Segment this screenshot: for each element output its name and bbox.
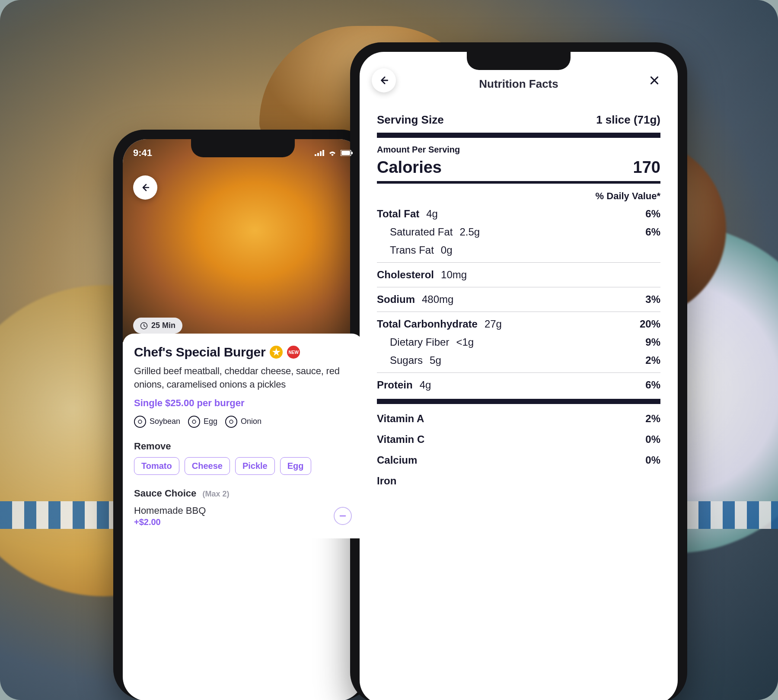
amount-per-serving-label: Amount Per Serving bbox=[377, 145, 660, 155]
nutrition-line: Trans Fat0g bbox=[377, 244, 660, 256]
sauce-name: Homemade BBQ bbox=[134, 505, 206, 516]
arrow-left-icon bbox=[140, 182, 150, 193]
allergen-icon bbox=[134, 416, 146, 428]
nutrition-line: Sugars5g2% bbox=[377, 354, 660, 366]
serving-value: 1 slice (71g) bbox=[596, 113, 660, 127]
nutrition-line: Dietary Fiber<1g9% bbox=[377, 336, 660, 348]
svg-rect-5 bbox=[341, 151, 350, 155]
svg-rect-1 bbox=[317, 153, 319, 156]
serving-label: Serving Size bbox=[377, 113, 444, 127]
nutrient-dv: 6% bbox=[645, 208, 660, 220]
nutrition-line-left: Cholesterol10mg bbox=[377, 269, 467, 281]
thin-rule bbox=[377, 372, 660, 373]
allergen-row: SoybeanEggOnion bbox=[134, 416, 352, 428]
allergen-label: Onion bbox=[241, 417, 261, 426]
nutrition-line-left: Trans Fat0g bbox=[377, 244, 453, 256]
clock-icon bbox=[140, 322, 148, 330]
vitamin-dv: 2% bbox=[645, 413, 660, 425]
arrow-left-icon bbox=[378, 75, 389, 86]
nutrient-dv: 6% bbox=[645, 379, 660, 391]
sauce-option-row[interactable]: Homemade BBQ +$2.00 bbox=[134, 505, 352, 527]
signal-icon bbox=[315, 150, 324, 156]
nutrition-line: Cholesterol10mg bbox=[377, 269, 660, 281]
phone-nutrition: Nutrition Facts Serving Size 1 slice (71… bbox=[350, 42, 687, 700]
item-title: Chef's Special Burger bbox=[134, 345, 265, 360]
remove-chip[interactable]: Cheese bbox=[185, 457, 230, 475]
nutrition-line-left: Total Carbonhydrate27g bbox=[377, 318, 502, 330]
nutrient-label: Total Carbonhydrate bbox=[377, 318, 478, 330]
nutrition-back-button[interactable] bbox=[372, 68, 396, 92]
cook-time-pill: 25 Min bbox=[133, 318, 182, 334]
sauce-heading: Sauce Choice bbox=[134, 488, 196, 499]
star-badge-icon bbox=[270, 346, 283, 359]
status-icons bbox=[315, 150, 353, 156]
allergen-item: Onion bbox=[225, 416, 261, 428]
svg-point-8 bbox=[138, 420, 142, 423]
nutrient-amount: 2.5g bbox=[459, 226, 480, 238]
calories-row: Calories 170 bbox=[377, 158, 660, 177]
vitamin-label: Vitamin A bbox=[377, 413, 424, 425]
phone-notch bbox=[191, 139, 295, 157]
nutrient-amount: <1g bbox=[456, 336, 474, 348]
nutrition-line: Total Fat4g6% bbox=[377, 208, 660, 220]
svg-point-9 bbox=[192, 420, 196, 423]
thin-rule bbox=[377, 262, 660, 263]
nutrient-amount: 0g bbox=[441, 244, 453, 256]
calories-label: Calories bbox=[377, 158, 442, 177]
nutrient-amount: 5g bbox=[430, 354, 441, 366]
nutrition-line: Saturated Fat2.5g6% bbox=[377, 226, 660, 238]
item-description: Grilled beef meatball, cheddar cheese, s… bbox=[134, 365, 352, 391]
nutrient-label: Trans Fat bbox=[390, 244, 434, 256]
wifi-icon bbox=[328, 150, 337, 156]
phone-item-detail: 9:41 25 Min Chef's Special bbox=[113, 130, 373, 700]
close-icon bbox=[649, 75, 660, 86]
serving-row: Serving Size 1 slice (71g) bbox=[377, 108, 660, 127]
nutrient-label: Sodium bbox=[377, 293, 415, 305]
sauce-max: (Max 2) bbox=[202, 490, 229, 498]
remove-chip[interactable]: Tomato bbox=[134, 457, 179, 475]
thin-rule bbox=[377, 287, 660, 287]
allergen-label: Soybean bbox=[150, 417, 180, 426]
stage: 9:41 25 Min Chef's Special bbox=[0, 0, 778, 700]
battery-icon bbox=[341, 150, 353, 156]
nutrition-line-left: Dietary Fiber<1g bbox=[377, 336, 474, 348]
allergen-icon bbox=[188, 416, 200, 428]
item-title-row: Chef's Special Burger NEW bbox=[134, 345, 352, 360]
remove-chip[interactable]: Egg bbox=[280, 457, 311, 475]
dv-header: % Daily Value* bbox=[377, 191, 660, 202]
remove-chip[interactable]: Pickle bbox=[235, 457, 275, 475]
screen-nutrition: Nutrition Facts Serving Size 1 slice (71… bbox=[360, 52, 678, 700]
allergen-item: Soybean bbox=[134, 416, 180, 428]
item-card: Chef's Special Burger NEW Grilled beef m… bbox=[123, 334, 363, 538]
remove-heading: Remove bbox=[134, 441, 352, 452]
svg-rect-3 bbox=[322, 150, 324, 156]
nutrition-line-left: Protein4g bbox=[377, 379, 431, 391]
nutrient-amount: 10mg bbox=[441, 269, 467, 281]
remove-chip-row: TomatoCheesePickleEgg bbox=[134, 457, 352, 475]
status-time: 9:41 bbox=[133, 147, 152, 159]
nutrition-close-button[interactable] bbox=[646, 72, 663, 89]
item-hero-image: 9:41 25 Min bbox=[123, 139, 363, 342]
remove-sauce-button[interactable] bbox=[334, 507, 352, 525]
nutrient-label: Total Fat bbox=[377, 208, 419, 220]
nutrient-label: Sugars bbox=[390, 354, 423, 366]
nutrition-line: Sodium480mg3% bbox=[377, 293, 660, 305]
nutrient-amount: 4g bbox=[420, 379, 431, 391]
nutrient-dv: 6% bbox=[645, 226, 660, 238]
svg-rect-0 bbox=[315, 154, 316, 156]
vitamin-dv: 0% bbox=[645, 433, 660, 445]
thick-rule bbox=[377, 399, 660, 404]
sauce-price-delta: +$2.00 bbox=[134, 517, 206, 527]
nutrition-line: Protein4g6% bbox=[377, 379, 660, 391]
vitamin-rows: Vitamin A2%Vitamin C0%Calcium0%Iron bbox=[377, 413, 660, 487]
vitamin-dv: 0% bbox=[645, 454, 660, 466]
vitamin-line: Iron bbox=[377, 475, 660, 487]
thin-rule bbox=[377, 312, 660, 312]
calories-value: 170 bbox=[633, 158, 660, 177]
nutrient-dv: 2% bbox=[645, 354, 660, 366]
sauce-heading-row: Sauce Choice (Max 2) bbox=[134, 488, 352, 499]
vitamin-label: Calcium bbox=[377, 454, 417, 466]
nutrient-dv: 3% bbox=[645, 293, 660, 305]
vitamin-line: Calcium0% bbox=[377, 454, 660, 466]
back-button[interactable] bbox=[133, 175, 157, 200]
